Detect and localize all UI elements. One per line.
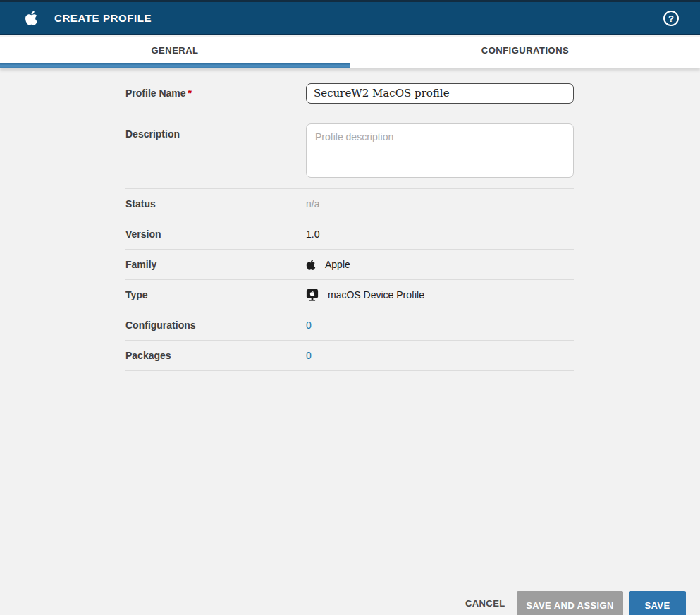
profile-name-row: Profile Name* (125, 68, 574, 118)
apple-logo-icon (25, 10, 38, 26)
type-row: Type macOS Device Profile (125, 280, 574, 310)
save-button[interactable]: SAVE (629, 591, 686, 615)
type-value: macOS Device Profile (328, 289, 424, 300)
type-label: Type (125, 289, 306, 300)
description-label: Description (125, 128, 306, 140)
profile-form: Profile Name* Description Status n/a Ver… (125, 68, 574, 371)
help-icon[interactable]: ? (663, 11, 679, 26)
description-row: Description (125, 118, 574, 189)
family-value: Apple (325, 259, 350, 270)
version-value: 1.0 (306, 229, 319, 240)
description-textarea[interactable] (306, 123, 574, 178)
profile-name-input[interactable] (306, 83, 574, 104)
tab-general[interactable]: GENERAL (0, 37, 350, 63)
configurations-count-link[interactable]: 0 (306, 319, 312, 331)
footer-actions: CANCEL SAVE AND ASSIGN SAVE (0, 591, 700, 615)
profile-name-label-text: Profile Name (125, 87, 186, 99)
tab-bar: GENERAL CONFIGURATIONS (0, 37, 700, 68)
packages-label: Packages (125, 350, 306, 361)
status-value: n/a (306, 198, 319, 209)
packages-row: Packages 0 (125, 341, 574, 371)
family-row: Family Apple (125, 250, 574, 280)
save-and-assign-button[interactable]: SAVE AND ASSIGN (517, 591, 623, 615)
apple-icon (306, 259, 316, 271)
family-label: Family (125, 259, 306, 270)
profile-name-label: Profile Name* (125, 87, 306, 99)
status-label: Status (125, 198, 306, 209)
configurations-row: Configurations 0 (125, 310, 574, 341)
configurations-label: Configurations (125, 319, 306, 331)
packages-count-link[interactable]: 0 (306, 350, 312, 361)
page-title: CREATE PROFILE (54, 12, 152, 24)
version-label: Version (125, 229, 306, 240)
header-bar: CREATE PROFILE ? (0, 2, 700, 35)
cancel-button[interactable]: CANCEL (457, 591, 514, 615)
tab-configurations[interactable]: CONFIGURATIONS (350, 37, 700, 63)
required-asterisk: * (188, 87, 192, 99)
monitor-apple-icon (306, 288, 319, 301)
version-row: Version 1.0 (125, 219, 574, 250)
status-row: Status n/a (125, 189, 574, 219)
active-tab-indicator (0, 63, 350, 68)
